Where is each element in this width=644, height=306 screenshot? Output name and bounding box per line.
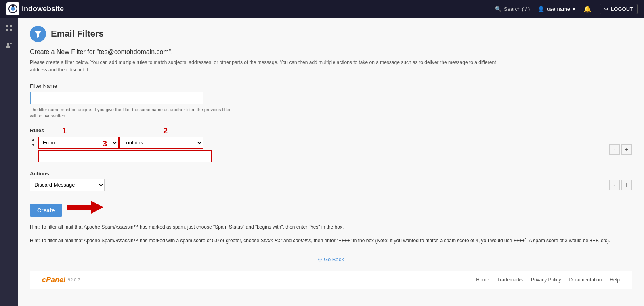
brand-logo[interactable]: indowebsite <box>6 2 64 15</box>
arrow-annotation <box>67 198 103 216</box>
logout-button[interactable]: ↪ LOGOUT <box>600 4 638 14</box>
navbar: indowebsite 🔍 Search ( / ) 👤 username ▾ … <box>0 0 644 18</box>
filter-name-hint: The filter name must be unique. If you g… <box>30 107 232 119</box>
user-menu[interactable]: 👤 username ▾ <box>538 6 575 12</box>
footer-link-privacy[interactable]: Privacy Policy <box>531 277 561 283</box>
annotation-3: 3 <box>103 139 107 148</box>
rules-section: Rules ▲ ▼ 1 2 From To Subject <box>30 127 632 162</box>
footer-link-home[interactable]: Home <box>476 277 489 283</box>
page-description: Please create a filter below. You can ad… <box>30 59 514 73</box>
svg-rect-2 <box>12 5 14 7</box>
logout-label: LOGOUT <box>611 6 633 12</box>
page-title: Email Filters <box>51 29 104 39</box>
create-button[interactable]: Create <box>30 204 62 217</box>
go-back-link[interactable]: ⊙ Go Back <box>318 256 344 262</box>
rule-up-arrow[interactable]: ▲ <box>30 137 36 142</box>
svg-marker-9 <box>34 31 42 38</box>
go-back-icon: ⊙ <box>318 256 322 262</box>
chevron-down-icon: ▾ <box>573 6 575 12</box>
rule-remove-button[interactable]: - <box>609 144 620 155</box>
svg-point-8 <box>10 43 12 44</box>
brand-name: indowebsite <box>22 5 64 13</box>
logout-icon: ↪ <box>604 6 608 12</box>
action-select[interactable]: Discard Message Deliver to Folder Fail M… <box>30 179 105 191</box>
svg-point-7 <box>7 43 9 45</box>
notifications-bell[interactable]: 🔔 <box>583 5 592 13</box>
filter-name-label: Filter Name <box>30 83 632 89</box>
rule-value-input[interactable] <box>38 150 212 162</box>
footer-links: Home Trademarks Privacy Policy Documenta… <box>476 277 620 283</box>
rule-add-button[interactable]: + <box>621 144 632 155</box>
page-subtitle: Create a New Filter for "tes@contohdomai… <box>30 48 632 56</box>
user-icon: 👤 <box>538 6 544 12</box>
footer-version: 92.0.7 <box>68 277 80 282</box>
footer: cPanel 92.0.7 Home Trademarks Privacy Po… <box>30 271 632 289</box>
footer-link-trademarks[interactable]: Trademarks <box>497 277 523 283</box>
search-bar[interactable]: 🔍 Search ( / ) <box>495 6 530 12</box>
hint-1: Hint: To filter all mail that Apache Spa… <box>30 223 632 231</box>
filter-name-section: Filter Name The filter name must be uniq… <box>30 83 632 119</box>
action-remove-button[interactable]: - <box>609 180 620 190</box>
create-button-row: Create <box>30 198 632 217</box>
main-content: Email Filters Create a New Filter for "t… <box>18 18 644 306</box>
footer-link-help[interactable]: Help <box>610 277 620 283</box>
svg-point-1 <box>11 7 15 11</box>
svg-rect-3 <box>6 25 8 27</box>
go-back-section: ⊙ Go Back <box>30 256 632 262</box>
sidebar-item-users[interactable] <box>2 39 15 52</box>
page-header: Email Filters <box>30 26 632 42</box>
svg-rect-5 <box>6 29 8 31</box>
logo-icon <box>6 2 19 15</box>
email-filter-icon <box>30 26 46 42</box>
action-add-button[interactable]: + <box>621 180 632 190</box>
svg-rect-6 <box>10 29 12 31</box>
svg-marker-10 <box>67 201 103 214</box>
actions-label: Actions <box>30 171 632 177</box>
svg-rect-4 <box>10 25 12 27</box>
hint-2: Hint: To filter all mail that Apache Spa… <box>30 237 632 244</box>
username-label: username <box>547 6 570 12</box>
actions-section: Actions Discard Message Deliver to Folde… <box>30 171 632 191</box>
search-icon: 🔍 <box>495 6 501 12</box>
rule-condition-select[interactable]: contains does not contain begins with en… <box>119 137 203 149</box>
rule-down-arrow[interactable]: ▼ <box>30 142 36 147</box>
go-back-label: Go Back <box>324 256 344 262</box>
rules-label: Rules <box>30 127 632 133</box>
search-label: Search ( / ) <box>504 6 530 12</box>
sidebar <box>0 18 18 306</box>
filter-name-input[interactable] <box>30 92 203 104</box>
cpanel-brand: cPanel <box>42 276 65 284</box>
annotation-1: 1 <box>62 126 67 135</box>
annotation-2: 2 <box>163 126 168 135</box>
sidebar-item-grid[interactable] <box>2 22 15 35</box>
footer-link-documentation[interactable]: Documentation <box>569 277 602 283</box>
